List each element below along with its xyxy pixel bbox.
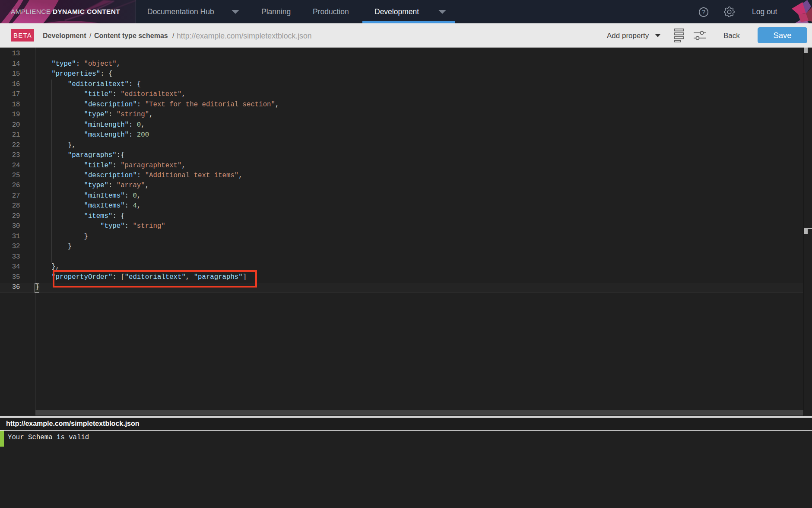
svg-text:?: ? xyxy=(702,9,705,16)
